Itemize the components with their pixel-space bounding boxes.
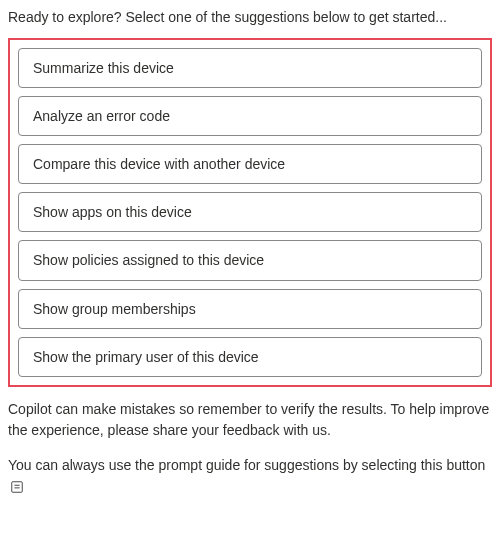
suggestion-show-groups[interactable]: Show group memberships	[18, 289, 482, 329]
svg-rect-0	[12, 482, 23, 493]
suggestion-summarize-device[interactable]: Summarize this device	[18, 48, 482, 88]
suggestion-compare-device[interactable]: Compare this device with another device	[18, 144, 482, 184]
suggestion-show-policies[interactable]: Show policies assigned to this device	[18, 240, 482, 280]
disclaimer-text: Copilot can make mistakes so remember to…	[8, 399, 492, 441]
suggestion-show-apps[interactable]: Show apps on this device	[18, 192, 482, 232]
prompt-guide-icon	[10, 480, 24, 494]
intro-text: Ready to explore? Select one of the sugg…	[8, 8, 492, 28]
suggestion-show-primary-user[interactable]: Show the primary user of this device	[18, 337, 482, 377]
suggestions-container: Summarize this device Analyze an error c…	[8, 38, 492, 387]
suggestion-analyze-error[interactable]: Analyze an error code	[18, 96, 482, 136]
prompt-guide-text: You can always use the prompt guide for …	[8, 457, 485, 473]
prompt-guide-info: You can always use the prompt guide for …	[8, 455, 492, 497]
